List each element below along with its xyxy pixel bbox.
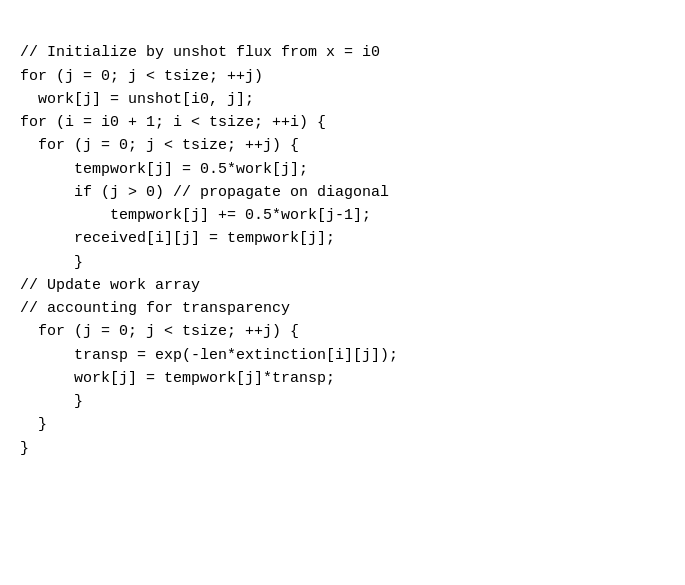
code-line: work[j] = unshot[i0, j]; <box>20 88 665 111</box>
code-line: } <box>20 390 665 413</box>
code-line: tempwork[j] = 0.5*work[j]; <box>20 158 665 181</box>
code-line: for (i = i0 + 1; i < tsize; ++i) { <box>20 111 665 134</box>
code-line: transp = exp(-len*extinction[i][j]); <box>20 344 665 367</box>
code-line: // accounting for transparency <box>20 297 665 320</box>
code-line: // Update work array <box>20 274 665 297</box>
code-line: if (j > 0) // propagate on diagonal <box>20 181 665 204</box>
code-line: for (j = 0; j < tsize; ++j) { <box>20 134 665 157</box>
code-line: work[j] = tempwork[j]*transp; <box>20 367 665 390</box>
code-line: tempwork[j] += 0.5*work[j-1]; <box>20 204 665 227</box>
code-line: } <box>20 251 665 274</box>
code-line: for (j = 0; j < tsize; ++j) <box>20 65 665 88</box>
code-line: } <box>20 413 665 436</box>
code-line: // Initialize by unshot flux from x = i0 <box>20 41 665 64</box>
code-line: received[i][j] = tempwork[j]; <box>20 227 665 250</box>
code-container: // Initialize by unshot flux from x = i0… <box>0 0 685 478</box>
code-line: } <box>20 437 665 460</box>
code-line: for (j = 0; j < tsize; ++j) { <box>20 320 665 343</box>
